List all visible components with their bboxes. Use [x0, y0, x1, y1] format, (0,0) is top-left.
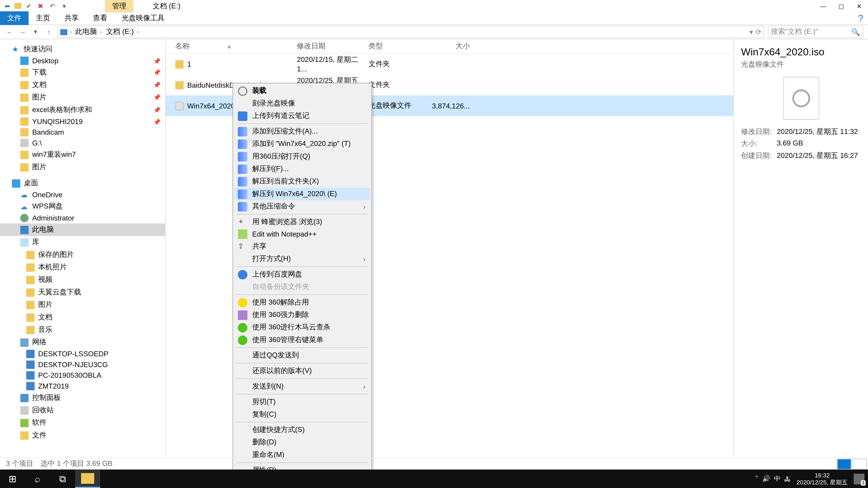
nav-pictures-2[interactable]: 图片: [0, 161, 165, 173]
nav-documents[interactable]: 文档📌: [0, 78, 165, 91]
nav-net-pc4[interactable]: ZMT2019: [0, 381, 165, 391]
nav-file[interactable]: 文件: [0, 429, 165, 442]
view-icons-button[interactable]: [852, 458, 867, 469]
nav-recycle-bin[interactable]: 回收站: [0, 404, 165, 416]
undo-qat-icon[interactable]: ↶: [48, 1, 57, 11]
close-qat-icon[interactable]: ✖: [36, 1, 45, 11]
back-qat-icon[interactable]: ⬅: [2, 1, 12, 11]
ctx-copy[interactable]: 复制(C): [234, 408, 370, 421]
start-button[interactable]: ⊞: [0, 469, 25, 488]
breadcrumb-thispc[interactable]: 此电脑: [74, 27, 98, 37]
folder-qat-icon[interactable]: [14, 3, 22, 9]
nav-music-lib[interactable]: 音乐: [0, 324, 165, 336]
nav-bandicam[interactable]: Bandicam: [0, 127, 165, 138]
explorer-taskbar-button[interactable]: [75, 469, 100, 488]
nav-recent-dropdown[interactable]: ▾: [31, 28, 40, 36]
volume-icon[interactable]: 🔊: [762, 475, 771, 483]
minimize-button[interactable]: —: [814, 0, 832, 12]
ctx-360-force-delete[interactable]: 使用 360强力删除: [234, 308, 370, 321]
search-button[interactable]: ⌕: [25, 469, 50, 488]
ctx-notepadpp[interactable]: Edit with Notepad++: [234, 228, 370, 240]
nav-excel-folder[interactable]: excel表格制作求和📌: [0, 104, 165, 116]
nav-control-panel[interactable]: 控制面板: [0, 392, 165, 404]
file-tab[interactable]: 文件: [0, 11, 29, 25]
view-tab[interactable]: 查看: [86, 11, 115, 25]
nav-tianyi[interactable]: 天翼云盘下载: [0, 286, 165, 298]
qat-dropdown-icon[interactable]: ▾: [60, 1, 69, 11]
nav-docs-lib[interactable]: 文档: [0, 311, 165, 324]
column-type-header[interactable]: 类型: [368, 41, 428, 51]
nav-net-pc3[interactable]: PC-20190530OBLA: [0, 370, 165, 381]
column-name-header[interactable]: 名称 ▴: [166, 41, 297, 51]
manage-context-tab[interactable]: 管理: [105, 0, 133, 12]
nav-local-pics[interactable]: 本机照片: [0, 261, 165, 273]
tray-overflow-icon[interactable]: ˄: [755, 475, 758, 483]
ctx-extract-to[interactable]: 解压到(F)...: [234, 163, 370, 175]
nav-user[interactable]: Administrator: [0, 213, 165, 223]
maximize-button[interactable]: ▢: [832, 0, 850, 12]
disc-tools-tab[interactable]: 光盘映像工具: [114, 11, 172, 25]
home-tab[interactable]: 主页: [29, 11, 57, 25]
nav-pictures-lib[interactable]: 图片: [0, 298, 165, 311]
ctx-add-archive[interactable]: 添加到压缩文件(A)...: [234, 125, 370, 138]
ctx-restore-version[interactable]: 还原以前的版本(V): [234, 365, 370, 377]
ctx-360-trojan-scan[interactable]: 使用 360进行木马云查杀: [234, 321, 370, 334]
ctx-open-360zip[interactable]: 用360压缩打开(Q): [234, 150, 370, 163]
nav-this-pc[interactable]: 此电脑: [0, 223, 165, 236]
notification-center-icon[interactable]: 3: [854, 473, 864, 484]
ctx-open-with[interactable]: 打开方式(H)›: [234, 253, 370, 265]
ctx-delete[interactable]: 删除(D): [234, 436, 370, 449]
ctx-upload-baidu[interactable]: 上传到百度网盘: [234, 268, 370, 281]
nav-videos[interactable]: 视频: [0, 273, 165, 286]
nav-saved-pics[interactable]: 保存的图片: [0, 249, 165, 261]
view-details-button[interactable]: [837, 458, 851, 469]
nav-libraries[interactable]: 库: [0, 236, 165, 248]
ctx-cut[interactable]: 剪切(T): [234, 396, 370, 408]
navigation-tree[interactable]: ★快速访问 Desktop📌 下载📌 文档📌 图片📌 excel表格制作求和📌 …: [0, 39, 166, 455]
ctx-youdao[interactable]: 上传到有道云笔记: [234, 109, 370, 122]
ctx-other-compress[interactable]: 其他压缩命令›: [234, 200, 370, 213]
chevron-right-icon[interactable]: ›: [100, 29, 102, 35]
quick-access-node[interactable]: ★快速访问: [0, 43, 165, 55]
ctx-add-zip[interactable]: 添加到 "Win7x64_2020.zip" (T): [234, 138, 370, 150]
nav-downloads[interactable]: 下载📌: [0, 66, 165, 78]
file-row[interactable]: 1 2020/12/15, 星期二 1... 文件夹: [166, 54, 733, 74]
nav-gdrive[interactable]: G:\: [0, 138, 165, 148]
refresh-icon[interactable]: ⟳: [755, 28, 761, 36]
nav-forward-button[interactable]: →: [18, 28, 27, 35]
nav-desktop[interactable]: Desktop📌: [0, 55, 165, 66]
ctx-extract-here[interactable]: 解压到当前文件夹(X): [234, 175, 370, 188]
nav-net-pc1[interactable]: DESKTOP-LSSOEDP: [0, 349, 165, 359]
nav-win7-folder[interactable]: win7重装win7: [0, 149, 165, 161]
help-icon[interactable]: ?: [858, 13, 868, 24]
nav-network[interactable]: 网络: [0, 336, 165, 348]
nav-pictures[interactable]: 图片📌: [0, 91, 165, 104]
share-tab[interactable]: 共享: [57, 11, 86, 25]
ctx-share[interactable]: ⇪共享: [234, 240, 370, 253]
ctx-360-unlock[interactable]: 使用 360解除占用: [234, 296, 370, 308]
ctx-360-menu-manage[interactable]: 使用 360管理右键菜单: [234, 334, 370, 346]
nav-software[interactable]: 软件: [0, 417, 165, 429]
nav-onedrive[interactable]: ☁OneDrive: [0, 190, 165, 200]
breadcrumb-dropdown-icon[interactable]: ▾: [749, 28, 753, 36]
breadcrumb[interactable]: › 此电脑 › 文档 (E:) › ▾ ⟳: [57, 26, 764, 38]
nav-back-button[interactable]: ←: [5, 28, 14, 35]
breadcrumb-drive[interactable]: 文档 (E:): [105, 27, 135, 37]
chevron-right-icon[interactable]: ›: [70, 29, 72, 35]
ctx-mount[interactable]: 装载: [234, 85, 370, 97]
clock[interactable]: 16:32 2020/12/25, 星期五: [794, 471, 850, 486]
nav-yunqishi[interactable]: YUNQISHI2019📌: [0, 116, 165, 127]
close-button[interactable]: ✕: [850, 0, 868, 12]
ctx-extract-dir[interactable]: 解压到 Win7x64_2020\ (E): [234, 188, 370, 200]
nav-wps[interactable]: ☁WPS网盘: [0, 200, 165, 213]
network-icon[interactable]: 🖧: [784, 475, 791, 482]
ctx-create-shortcut[interactable]: 创建快捷方式(S): [234, 424, 370, 436]
search-input[interactable]: 搜索"文档 (E:)" 🔍: [768, 26, 863, 38]
task-view-button[interactable]: ⧉: [50, 469, 75, 488]
nav-desktop-root[interactable]: 桌面: [0, 177, 165, 189]
nav-net-pc2[interactable]: DESKTOP-NJEU3CG: [0, 359, 165, 370]
column-date-header[interactable]: 修改日期: [297, 41, 368, 51]
ctx-send-qq[interactable]: 通过QQ发送到: [234, 349, 370, 361]
ime-indicator[interactable]: 中: [774, 474, 780, 483]
ctx-burn[interactable]: 刻录光盘映像: [234, 97, 370, 109]
